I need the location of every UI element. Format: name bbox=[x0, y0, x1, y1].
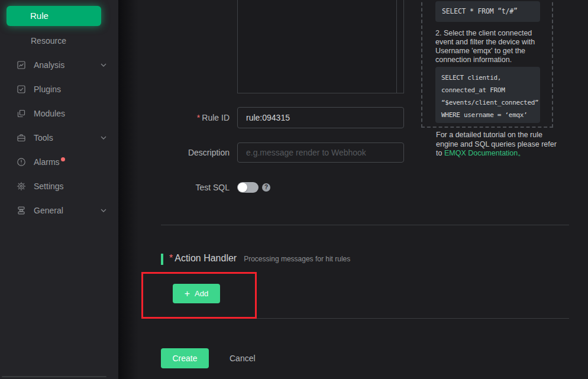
analysis-chart-icon bbox=[17, 60, 26, 70]
chevron-down-icon bbox=[101, 209, 106, 212]
tutorial-footer-text: For a detailed tutorial on the rule engi… bbox=[436, 131, 558, 158]
action-handler-title: *Action Handler bbox=[169, 253, 237, 264]
sql-editor[interactable] bbox=[237, 0, 404, 93]
settings-gear-icon bbox=[17, 182, 26, 191]
sidebar-scrollbar[interactable] bbox=[2, 376, 106, 377]
test-sql-toggle[interactable] bbox=[237, 182, 259, 193]
tools-briefcase-icon bbox=[17, 133, 26, 142]
sidebar-item-label: Analysis bbox=[34, 60, 64, 70]
help-question-icon[interactable]: ? bbox=[262, 183, 270, 192]
plugins-checkbox-icon bbox=[17, 85, 26, 94]
description-label: Description bbox=[161, 148, 230, 157]
alarm-badge-dot bbox=[61, 157, 65, 161]
action-handler-subtitle: Processing messages for hit rules bbox=[244, 255, 350, 263]
modules-stack-icon bbox=[17, 109, 26, 118]
description-input[interactable] bbox=[237, 142, 404, 163]
sidebar-item-rule[interactable]: Rule bbox=[7, 6, 101, 26]
sidebar-item-label: Settings bbox=[34, 182, 64, 191]
sql-example-basic: SELECT * FROM “t/#” bbox=[435, 1, 540, 22]
chevron-down-icon bbox=[101, 63, 106, 67]
rule-id-input[interactable] bbox=[237, 107, 404, 128]
sidebar-item-general[interactable]: General bbox=[0, 198, 118, 222]
footer-period: 。 bbox=[518, 149, 525, 157]
emqx-documentation-link[interactable]: EMQX Documentation bbox=[444, 149, 518, 157]
plus-icon: + bbox=[185, 289, 190, 299]
sidebar-menu: Resource Analysis bbox=[0, 28, 118, 222]
test-sql-label: Test SQL bbox=[161, 183, 230, 192]
sidebar-shadow bbox=[118, 0, 138, 379]
rule-id-label: *Rule ID bbox=[161, 113, 230, 122]
section-divider bbox=[161, 225, 569, 225]
add-action-button[interactable]: + Add bbox=[173, 284, 220, 303]
toggle-knob-icon bbox=[238, 183, 247, 192]
sidebar-item-label: Modules bbox=[34, 109, 65, 118]
chevron-down-icon bbox=[101, 136, 106, 140]
sidebar-item-analysis[interactable]: Analysis bbox=[0, 53, 118, 77]
action-handler-heading: *Action Handler Processing messages for … bbox=[169, 253, 350, 264]
sidebar-item-label: General bbox=[34, 206, 63, 215]
code-line: SELECT clientid, bbox=[441, 72, 534, 84]
sidebar-item-label: Tools bbox=[34, 133, 53, 142]
required-asterisk: * bbox=[169, 253, 173, 263]
sidebar-item-label: Resource bbox=[31, 36, 66, 46]
sidebar-item-tools[interactable]: Tools bbox=[0, 125, 118, 150]
sidebar-item-label: Plugins bbox=[34, 85, 61, 94]
required-asterisk: * bbox=[197, 113, 200, 122]
code-line: connected_at FROM bbox=[441, 84, 534, 96]
add-button-label: Add bbox=[195, 289, 208, 298]
code-line: “$events/client_connected” bbox=[441, 96, 534, 109]
sql-example-client-connected: SELECT clientid, connected_at FROM “$eve… bbox=[435, 67, 540, 123]
sidebar-item-modules[interactable]: Modules bbox=[0, 101, 118, 125]
sidebar-item-alarms[interactable]: Alarms bbox=[0, 150, 118, 174]
sidebar-item-resource[interactable]: Resource bbox=[0, 28, 118, 53]
tutorial-step-2-text: 2. Select the client connected event and… bbox=[435, 29, 548, 64]
section-accent-bar bbox=[161, 254, 163, 265]
code-line: WHERE username = ‘emqx’ bbox=[441, 109, 534, 121]
alarms-alert-icon bbox=[17, 157, 26, 167]
section-divider bbox=[161, 318, 569, 319]
sidebar: Rule Resource Analysis bbox=[0, 0, 118, 379]
create-button[interactable]: Create bbox=[161, 348, 209, 368]
sidebar-item-settings[interactable]: Settings bbox=[0, 174, 118, 198]
general-layers-icon bbox=[17, 206, 26, 215]
sidebar-item-label: Alarms bbox=[34, 157, 60, 167]
sql-editor-scrollbar-track[interactable] bbox=[396, 0, 397, 93]
cancel-button[interactable]: Cancel bbox=[230, 354, 256, 363]
sidebar-item-plugins[interactable]: Plugins bbox=[0, 77, 118, 101]
